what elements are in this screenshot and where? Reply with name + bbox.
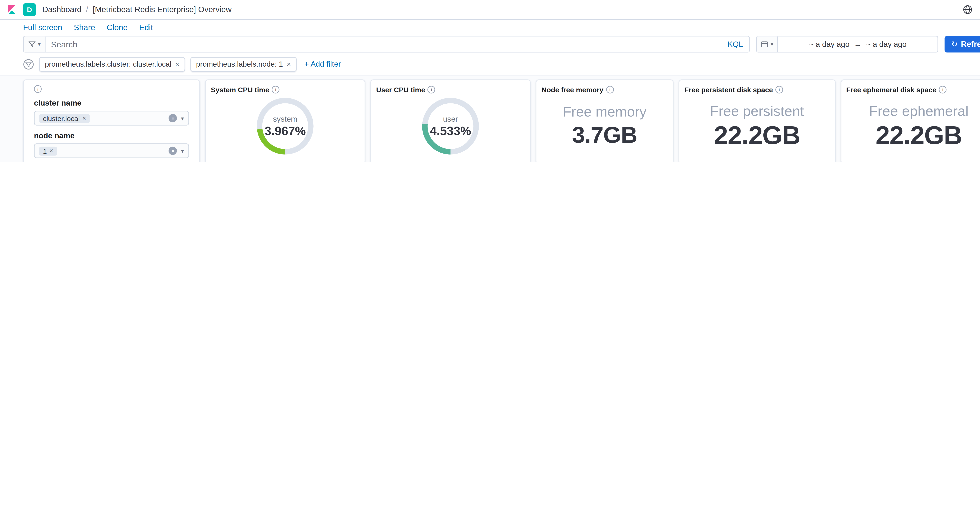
space-avatar[interactable]: D <box>23 3 36 16</box>
filter-pill[interactable]: prometheus.labels.cluster: cluster.local… <box>39 57 185 71</box>
search-input[interactable] <box>46 40 721 49</box>
menu-item-edit[interactable]: Edit <box>139 23 153 32</box>
chevron-down-icon[interactable]: ▾ <box>181 148 184 154</box>
chevron-down-icon: ▾ <box>38 41 41 48</box>
top-navigation-bar: D Dashboard / [Metricbeat Redis Enterpri… <box>0 0 980 20</box>
filter-funnel-icon <box>28 40 36 48</box>
query-bar: ▾ KQL ▾ ~ a day ago → ~ a day ago <box>0 34 980 54</box>
menu-item-share[interactable]: Share <box>74 23 95 32</box>
gauge-label: user <box>443 114 458 124</box>
menu-item-full-screen[interactable]: Full screen <box>23 23 62 32</box>
filter-pill-label: prometheus.labels.node: 1 <box>196 60 283 68</box>
panel-input-controls: i cluster name cluster.local × × ▾ node … <box>23 79 200 162</box>
panel-title-text: Free persistent disk space <box>684 85 773 94</box>
panel-title-text: User CPU time <box>376 85 425 94</box>
info-icon[interactable]: i <box>606 86 614 94</box>
panel-title-text: Free ephemeral disk space <box>846 85 936 94</box>
metric-value: 3.7GB <box>572 122 637 148</box>
date-range-text[interactable]: ~ a day ago → ~ a day ago <box>778 40 938 49</box>
panel-title-text: System CPU time <box>211 85 269 94</box>
filter-pill[interactable]: prometheus.labels.node: 1 × <box>190 57 297 71</box>
chip-remove-icon[interactable]: × <box>82 114 86 122</box>
refresh-button[interactable]: ↻ Refresh <box>945 36 980 52</box>
help-icon[interactable] <box>963 5 973 15</box>
dashboard-menu: Full screen Share Clone Edit <box>0 20 980 34</box>
gauge-value: 3.967% <box>265 124 306 138</box>
metric-body: Free memory 3.7GB <box>541 94 668 158</box>
breadcrumb: Dashboard / [Metricbeat Redis Enterprise… <box>42 5 232 14</box>
saved-query-menu-button[interactable]: ▾ <box>24 36 46 52</box>
panel-title-text: Node free memory <box>541 85 603 94</box>
clear-selection-icon[interactable]: × <box>169 147 177 155</box>
combobox-controls: × ▾ <box>169 114 184 122</box>
info-icon[interactable]: i <box>272 86 280 94</box>
panel-row-1: i cluster name cluster.local × × ▾ node … <box>23 79 980 162</box>
remove-filter-icon[interactable]: × <box>175 60 179 68</box>
add-filter-link[interactable]: + Add filter <box>304 60 341 68</box>
breadcrumb-separator: / <box>86 5 88 14</box>
page-title: [Metricbeat Redis Enterprise] Overview <box>93 5 232 14</box>
chip-remove-icon[interactable]: × <box>49 147 53 154</box>
info-icon[interactable]: i <box>776 86 783 94</box>
dashboard-panels: i cluster name cluster.local × × ▾ node … <box>0 76 980 162</box>
clear-selection-icon[interactable]: × <box>169 114 177 122</box>
chevron-down-icon: ▾ <box>770 41 773 48</box>
gauge-label: system <box>273 114 298 124</box>
cluster-name-combobox[interactable]: cluster.local × × ▾ <box>34 111 189 125</box>
selected-option-chip: 1 × <box>39 146 57 156</box>
filter-bar: prometheus.labels.cluster: cluster.local… <box>0 54 980 76</box>
remove-filter-icon[interactable]: × <box>287 60 291 68</box>
metric-body: Free ephemeral 22.2GB <box>846 94 980 158</box>
topbar-right <box>963 5 980 15</box>
combobox-controls: × ▾ <box>169 147 184 155</box>
metric-body: Free persistent 22.2GB <box>684 94 830 158</box>
panel-title: Node free memory i <box>541 85 668 94</box>
date-range-end[interactable]: ~ a day ago <box>866 40 907 49</box>
topbar-left: D Dashboard / [Metricbeat Redis Enterpri… <box>6 3 232 16</box>
menu-item-clone[interactable]: Clone <box>107 23 127 32</box>
gauge-text: system 3.967% <box>255 96 315 156</box>
node-name-label: node name <box>34 131 189 140</box>
panel-system-cpu-time: System CPU time i system 3.967% <box>205 79 365 162</box>
chevron-down-icon[interactable]: ▾ <box>181 115 184 121</box>
node-name-combobox[interactable]: 1 × × ▾ <box>34 143 189 158</box>
info-icon[interactable]: i <box>428 86 435 94</box>
filter-pill-label: prometheus.labels.cluster: cluster.local <box>45 60 172 68</box>
metric-value: 22.2GB <box>714 121 800 149</box>
panel-free-ephemeral-disk: Free ephemeral disk space i Free ephemer… <box>840 79 980 162</box>
gauge-area: system 3.967% <box>211 94 360 158</box>
panel-node-free-memory: Node free memory i Free memory 3.7GB <box>536 79 673 162</box>
gauge-value: 4.533% <box>430 124 471 138</box>
gauge-area: user 4.533% <box>376 94 525 158</box>
date-range-start[interactable]: ~ a day ago <box>809 40 850 49</box>
panel-title: Free persistent disk space i <box>684 85 830 94</box>
metric-label: Free memory <box>563 104 647 121</box>
kql-badge[interactable]: KQL <box>721 40 749 49</box>
calendar-icon <box>761 40 768 48</box>
filter-options-icon[interactable] <box>23 59 34 70</box>
panel-title: System CPU time i <box>211 85 360 94</box>
metric-label: Free persistent <box>710 103 804 119</box>
info-icon[interactable]: i <box>34 85 41 93</box>
system-cpu-gauge: system 3.967% <box>255 96 315 156</box>
cluster-name-label: cluster name <box>34 99 189 108</box>
metric-value: 22.2GB <box>875 121 962 149</box>
chip-label: cluster.local <box>43 114 80 122</box>
refresh-icon: ↻ <box>951 40 958 49</box>
date-quick-select-button[interactable]: ▾ <box>757 36 778 52</box>
user-cpu-gauge: user 4.533% <box>420 96 480 156</box>
chip-label: 1 <box>43 147 47 154</box>
selected-option-chip: cluster.local × <box>39 114 90 122</box>
panel-user-cpu-time: User CPU time i user 4.533% <box>371 79 531 162</box>
arrow-right-icon: → <box>854 40 862 49</box>
breadcrumb-dashboard[interactable]: Dashboard <box>42 5 81 14</box>
date-picker: ▾ ~ a day ago → ~ a day ago <box>756 36 939 52</box>
kibana-logo-icon[interactable] <box>6 5 17 15</box>
kibana-dashboard-app: D Dashboard / [Metricbeat Redis Enterpri… <box>0 0 980 162</box>
metric-label: Free ephemeral <box>869 103 969 119</box>
gauge-text: user 4.533% <box>420 96 480 156</box>
refresh-label: Refresh <box>961 40 980 49</box>
panel-free-persistent-disk: Free persistent disk space i Free persis… <box>679 79 835 162</box>
info-icon[interactable]: i <box>939 86 947 94</box>
search-box: ▾ KQL <box>23 36 750 52</box>
